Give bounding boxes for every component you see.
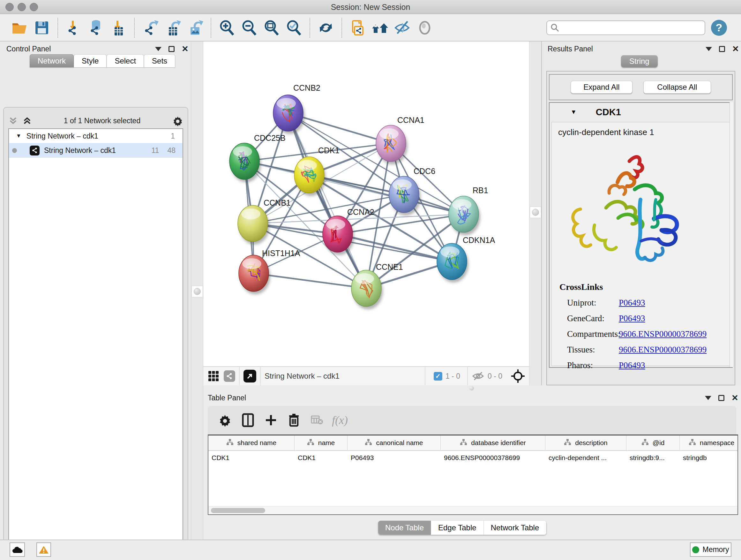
selected-checkbox-icon[interactable]: ✓: [434, 372, 442, 381]
create-column-icon[interactable]: [262, 412, 280, 429]
import-network-icon[interactable]: [65, 19, 83, 37]
column-header-database-identifier[interactable]: database identifier: [441, 435, 545, 450]
float-panel-icon[interactable]: [719, 46, 725, 52]
cell-namespace[interactable]: stringdb: [680, 451, 741, 465]
tab-select[interactable]: Select: [107, 54, 144, 67]
crosslink-link[interactable]: P06493: [619, 361, 645, 370]
crosslink-link[interactable]: 9606.ENSP00000378699: [619, 345, 706, 355]
results-scrollbar[interactable]: [730, 102, 734, 367]
update-network-icon[interactable]: [317, 19, 335, 37]
open-session-icon[interactable]: [10, 19, 28, 37]
network-node-HIST1H1A[interactable]: [239, 255, 270, 294]
collapse-entry-icon[interactable]: ▼: [570, 109, 577, 116]
column-header-name[interactable]: name: [294, 435, 347, 450]
close-panel-icon[interactable]: ✕: [731, 395, 738, 401]
network-row-selected[interactable]: String Network – cdk1 11 48: [9, 143, 183, 158]
string-eye-icon[interactable]: [416, 19, 434, 37]
close-panel-icon[interactable]: ✕: [182, 46, 189, 52]
right-splitter[interactable]: [529, 42, 541, 385]
cell-name[interactable]: CDK1: [294, 451, 347, 465]
network-node-CCNE1[interactable]: [351, 270, 383, 309]
collapse-collection-icon[interactable]: ▼: [16, 133, 21, 139]
detach-view-icon[interactable]: [244, 370, 256, 382]
right-splitter-handle[interactable]: [530, 206, 541, 218]
column-header-shared-name[interactable]: shared name: [208, 435, 294, 450]
import-network-database-icon[interactable]: [87, 19, 105, 37]
show-column-panel-icon[interactable]: [239, 412, 257, 429]
tab-network[interactable]: Network: [30, 54, 74, 67]
close-panel-icon[interactable]: ✕: [732, 46, 739, 52]
tab-sets[interactable]: Sets: [144, 54, 175, 67]
horizontal-splitter[interactable]: [203, 385, 741, 391]
cloud-status-button[interactable]: [10, 543, 25, 557]
panel-menu-icon[interactable]: [155, 47, 161, 51]
cell-description[interactable]: cyclin-dependent ...: [545, 451, 626, 465]
expand-all-networks-icon[interactable]: [8, 116, 18, 125]
string-hide-icon[interactable]: [394, 19, 411, 37]
network-node-CCNB1[interactable]: [238, 205, 269, 245]
network-edge-CCNB2-CCNE1[interactable]: [288, 113, 366, 288]
save-session-icon[interactable]: [33, 19, 51, 37]
tab-style[interactable]: Style: [74, 54, 107, 67]
import-table-icon[interactable]: [110, 19, 127, 37]
tab-node-table[interactable]: Node Table: [378, 521, 431, 535]
panel-menu-icon[interactable]: [705, 47, 712, 51]
tab-string[interactable]: String: [621, 55, 658, 67]
network-node-RB1[interactable]: [449, 196, 480, 235]
panel-menu-icon[interactable]: [705, 396, 711, 400]
column-header-namespace[interactable]: namespace: [680, 435, 741, 450]
column-header-canonical-name[interactable]: canonical name: [347, 435, 441, 450]
table-row[interactable]: CDK1CDK1P064939606.ENSP00000378699cyclin…: [208, 451, 738, 465]
help-button[interactable]: ?: [711, 20, 727, 36]
network-node-CCNA1[interactable]: [376, 125, 408, 165]
crosslink-link[interactable]: P06493: [619, 298, 645, 308]
string-protein-query-icon[interactable]: [349, 19, 367, 37]
network-node-CDKN1A[interactable]: [437, 243, 468, 283]
delete-column-icon[interactable]: [285, 412, 302, 429]
left-splitter[interactable]: [191, 42, 203, 540]
zoom-out-icon[interactable]: [240, 19, 258, 37]
crosslink-link[interactable]: 9606.ENSP00000378699: [619, 329, 706, 339]
delete-table-icon[interactable]: [308, 412, 326, 429]
export-image-icon[interactable]: [186, 19, 204, 37]
network-edge-CCNE1-HIST1H1A[interactable]: [254, 273, 366, 288]
cell-shared-name[interactable]: CDK1: [208, 451, 294, 465]
search-input[interactable]: [560, 22, 701, 34]
float-panel-icon[interactable]: [718, 395, 724, 401]
cell-database-identifier[interactable]: 9606.ENSP00000378699: [441, 451, 545, 465]
string-home-icon[interactable]: [371, 19, 389, 37]
network-node-CDK1[interactable]: [294, 157, 326, 196]
warnings-button[interactable]: [37, 543, 51, 557]
left-splitter-handle[interactable]: [192, 286, 203, 297]
crosslink-link[interactable]: P06493: [619, 314, 645, 323]
export-network-icon[interactable]: [141, 19, 159, 37]
network-node-CCNA2[interactable]: [323, 216, 354, 255]
tab-edge-table[interactable]: Edge Table: [431, 521, 484, 535]
column-header-description[interactable]: description: [545, 435, 626, 450]
table-h-scrollbar-thumb[interactable]: [211, 508, 265, 513]
export-table-icon[interactable]: [164, 19, 182, 37]
zoom-fit-icon[interactable]: [263, 19, 280, 37]
collapse-all-networks-icon[interactable]: [22, 116, 32, 125]
horizontal-splitter-handle[interactable]: [469, 386, 474, 390]
expand-all-button[interactable]: Expand All: [570, 81, 632, 94]
network-node-CDC6[interactable]: [389, 176, 421, 215]
birds-eye-view-icon[interactable]: [511, 369, 525, 383]
grid-view-icon[interactable]: [208, 370, 219, 382]
search-box[interactable]: [546, 20, 705, 35]
zoom-selected-icon[interactable]: [285, 19, 303, 37]
network-node-CCNB2[interactable]: [273, 95, 305, 134]
gene-entry-header[interactable]: ▼ CDK1: [549, 103, 732, 121]
table-options-gear-icon[interactable]: [216, 412, 233, 429]
column-header-@id[interactable]: @id: [626, 435, 680, 450]
function-builder-icon[interactable]: f(x): [331, 412, 348, 429]
table-h-scrollbar[interactable]: [208, 506, 738, 514]
network-canvas[interactable]: CCNB2CCNA1CDC25BCDK1CDC6RB1CCNB1CCNA2CDK…: [203, 42, 529, 366]
network-options-gear-icon[interactable]: [172, 115, 183, 126]
memory-button[interactable]: Memory: [690, 543, 731, 557]
float-panel-icon[interactable]: [169, 46, 175, 52]
network-collection-row[interactable]: ▼ String Network – cdk1 1: [9, 129, 183, 143]
cell-@id[interactable]: stringdb:9...: [626, 451, 680, 465]
cell-canonical-name[interactable]: P06493: [347, 451, 441, 465]
collapse-all-button[interactable]: Collapse All: [643, 81, 711, 94]
